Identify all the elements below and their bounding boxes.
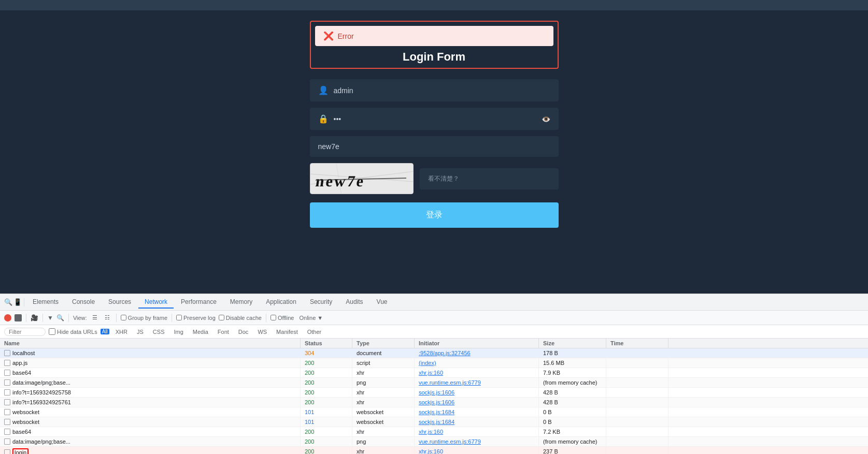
cell-initiator: sockjs.js:1606	[415, 388, 539, 397]
row-checkbox[interactable]	[4, 350, 10, 356]
offline-label[interactable]: Offline	[271, 315, 294, 321]
tab-memory[interactable]: Memory	[224, 296, 259, 309]
tab-vue[interactable]: Vue	[371, 296, 394, 309]
table-row[interactable]: base64200xhrxhr.js:1607.9 KB	[0, 368, 868, 378]
row-checkbox[interactable]	[4, 370, 10, 376]
table-row[interactable]: data:image/png;base...200pngvue.runtime.…	[0, 378, 868, 388]
header-status: Status	[301, 339, 352, 348]
filter-other[interactable]: Other	[304, 328, 325, 335]
captcha-image[interactable]: new7e	[310, 163, 414, 194]
cell-name: info?t=1569324925761	[0, 398, 301, 407]
tab-audits[interactable]: Audits	[339, 296, 369, 309]
filter-xhr[interactable]: XHR	[112, 328, 131, 335]
cell-time	[606, 398, 668, 407]
table-row[interactable]: base64200xhrxhr.js:1607.2 KB	[0, 427, 868, 437]
view-list-btn[interactable]: ☰	[90, 313, 99, 322]
filter-media[interactable]: Media	[190, 328, 211, 335]
cell-type: xhr	[352, 388, 415, 397]
tab-elements[interactable]: Elements	[26, 296, 65, 309]
row-checkbox[interactable]	[4, 360, 10, 366]
table-row[interactable]: info?t=1569324925761200xhrsockjs.js:1606…	[0, 398, 868, 407]
error-icon: ❌	[323, 31, 334, 41]
filter-doc[interactable]: Doc	[235, 328, 252, 335]
main-content: ❌ Error Login Form 👤 admin 🔒 ••• 👁️ new7…	[0, 10, 868, 294]
preserve-log-checkbox[interactable]	[176, 315, 182, 320]
cell-initiator: sockjs.js:1684	[415, 407, 539, 417]
cell-name: data:image/png;base...	[0, 378, 301, 387]
table-row[interactable]: info?t=1569324925758200xhrsockjs.js:1606…	[0, 388, 868, 398]
chevron-down-icon: ▼	[317, 315, 323, 321]
captcha-refresh-area[interactable]: 看不清楚？	[420, 168, 559, 189]
filter-js[interactable]: JS	[134, 328, 147, 335]
hide-data-urls-checkbox[interactable]	[49, 328, 55, 335]
tab-network[interactable]: Network	[138, 296, 174, 309]
tab-security[interactable]: Security	[304, 296, 338, 309]
online-dropdown[interactable]: Online ▼	[297, 314, 325, 322]
row-checkbox[interactable]	[4, 399, 10, 405]
offline-checkbox[interactable]	[271, 315, 276, 320]
cell-type: websocket	[352, 417, 415, 427]
filter-css[interactable]: CSS	[150, 328, 168, 335]
device-icon[interactable]: 📱	[13, 298, 22, 306]
disable-cache-checkbox[interactable]	[219, 315, 224, 320]
cell-status: 200	[301, 388, 352, 397]
filter-font[interactable]: Font	[215, 328, 232, 335]
tab-performance[interactable]: Performance	[175, 296, 223, 309]
inspect-icon[interactable]: 🔍	[4, 298, 12, 306]
cell-status: 200	[301, 447, 352, 454]
table-row[interactable]: localhost304document:9528/app.js:3274561…	[0, 348, 868, 358]
network-table-header: Name Status Type Initiator Size Time	[0, 339, 868, 348]
cell-type: websocket	[352, 407, 415, 417]
stop-button[interactable]	[15, 314, 22, 321]
row-checkbox[interactable]	[4, 379, 10, 386]
row-checkbox[interactable]	[4, 409, 10, 415]
cell-initiator: xhr.js:160	[415, 368, 539, 377]
tab-console[interactable]: Console	[66, 296, 101, 309]
cell-status: 200	[301, 427, 352, 436]
tab-sources[interactable]: Sources	[102, 296, 137, 309]
table-row[interactable]: data:image/png;base...200pngvue.runtime.…	[0, 437, 868, 447]
filter-manifest[interactable]: Manifest	[273, 328, 301, 335]
table-row[interactable]: app.js200script(index)15.6 MB	[0, 358, 868, 368]
view-grid-btn[interactable]: ☷	[103, 313, 112, 322]
cell-name: data:image/png;base...	[0, 437, 301, 446]
row-checkbox[interactable]	[4, 449, 10, 454]
cell-size: 15.6 MB	[539, 358, 606, 368]
row-checkbox[interactable]	[4, 429, 10, 435]
row-checkbox[interactable]	[4, 389, 10, 396]
group-by-frame-checkbox[interactable]	[121, 315, 126, 320]
table-row[interactable]: login200xhrxhr.js:160237 B	[0, 447, 868, 454]
cell-type: xhr	[352, 447, 415, 454]
password-field[interactable]: 🔒 ••• 👁️	[310, 108, 559, 130]
cell-size: 428 B	[539, 398, 606, 407]
camera-icon[interactable]: 🎥	[31, 314, 38, 321]
cell-initiator: xhr.js:160	[415, 427, 539, 436]
table-row[interactable]: websocket101websocketsockjs.js:16840 B	[0, 417, 868, 427]
devtools-filter-bar: Hide data URLs All XHR JS CSS Img Media …	[0, 325, 868, 339]
group-by-frame-label[interactable]: Group by frame	[121, 315, 167, 321]
record-button[interactable]	[4, 314, 11, 321]
filter-input[interactable]	[4, 328, 46, 336]
login-button[interactable]: 登录	[310, 202, 559, 228]
disable-cache-label[interactable]: Disable cache	[219, 315, 262, 321]
eye-icon[interactable]: 👁️	[542, 115, 550, 123]
tab-application[interactable]: Application	[260, 296, 303, 309]
row-checkbox[interactable]	[4, 419, 10, 425]
header-size: Size	[539, 339, 606, 348]
username-value: admin	[334, 86, 550, 95]
captcha-text-field[interactable]: new7e	[310, 136, 559, 157]
search-icon[interactable]: 🔍	[56, 314, 64, 321]
filter-ws[interactable]: WS	[254, 328, 270, 335]
username-field[interactable]: 👤 admin	[310, 79, 559, 101]
filter-icon[interactable]: ▼	[47, 314, 53, 321]
hide-data-urls-label[interactable]: Hide data URLs	[49, 328, 97, 335]
error-text: Error	[338, 32, 354, 40]
cell-time	[606, 427, 668, 436]
cell-size: 0 B	[539, 407, 606, 417]
preserve-log-label[interactable]: Preserve log	[176, 315, 216, 321]
header-type: Type	[352, 339, 415, 348]
cell-status: 304	[301, 348, 352, 358]
table-row[interactable]: websocket101websocketsockjs.js:16840 B	[0, 407, 868, 417]
row-checkbox[interactable]	[4, 438, 10, 445]
filter-img[interactable]: Img	[170, 328, 186, 335]
